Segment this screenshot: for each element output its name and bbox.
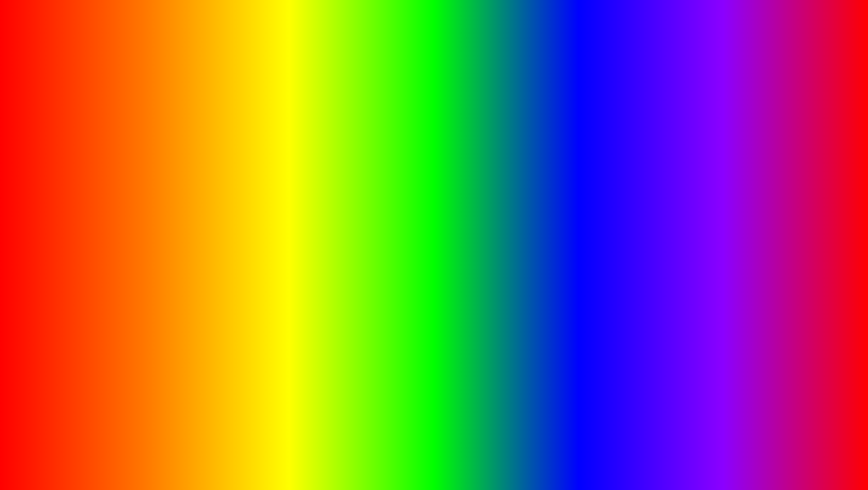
stats-icon: 📊 <box>58 218 70 230</box>
right-panel-titles: Zac's - Hub Sky <box>624 144 655 157</box>
sidebar-item-shop[interactable]: 🛒 Shop <box>601 316 641 342</box>
select-mode-dropdown[interactable]: Select Mode Farm : Level Farm ▼ <box>89 230 262 242</box>
stop-teleport-button[interactable]: Stop Teleport <box>89 199 262 214</box>
sidebar-item-stats[interactable]: 📊 Stats <box>44 214 84 240</box>
select-weapon-label: Select Weapon : Godhuman <box>94 168 161 174</box>
blox-fruits-logo: BLOX FRUITS <box>683 436 814 481</box>
logo-text: BLOX FRUITS <box>733 436 814 481</box>
select-dungeon-dropdown[interactable]: Select Dungeon : ▼ <box>646 178 820 190</box>
auto-farm-text: AUTO FARM <box>36 427 329 477</box>
left-panel-hrs: Hr(s) : 0 Min(s) : 1 Sec(s) : 13 <box>134 150 199 156</box>
auto-start-dungeon-left: ⚙️ | Auto Start Dungeon <box>646 226 712 236</box>
script-pastebin-text: SCRIPT PASTEBIN <box>338 439 659 475</box>
main-sub-label: Main <box>170 219 181 224</box>
left-panel-game-row: Blox Fruit Update 18 [Time] : 09:32:20 [… <box>134 145 262 150</box>
left-panel-sidebar: 🏠 Main ⚔️ Weapons 📊 Stats 👤 Player 🌀 <box>44 160 84 293</box>
sidebar-item-player[interactable]: 👤 Player <box>44 240 84 265</box>
dropdown-arrow-dungeon: ▼ <box>810 182 815 187</box>
right-panel-time: [Time] : 09:32:42 <box>754 145 791 150</box>
pipe-1: | <box>660 204 661 210</box>
auto-next-island-row: ⚙️ | Auto Next Island <box>646 247 820 262</box>
shop-icon: 🛒 <box>615 320 628 333</box>
sidebar-item-player-right[interactable]: 👤 Player <box>601 214 641 240</box>
teleport-label: Teleport <box>56 283 71 287</box>
right-panel-info: Blox Fruit Update 18 [Time] : 09:32:42 [… <box>702 145 820 156</box>
logo-fruits-text: FRUITS <box>733 459 814 481</box>
divider-2 <box>646 218 820 219</box>
start-auto-farm-label[interactable]: Start Auto Farm <box>107 248 145 254</box>
right-panel-body: 🏆 Race V4 📊 Stats 👤 Player 🌀 Teleport 🏰 <box>601 160 824 344</box>
left-panel-ping: [Ping] : 103.676 (11%CV) <box>206 150 262 156</box>
auto-start-dungeon-checkbox[interactable] <box>812 227 820 235</box>
shop-label: Shop <box>617 334 626 339</box>
kill-aura-checkbox[interactable] <box>812 274 820 282</box>
player-label: Player <box>58 257 70 262</box>
auto-next-island-checkbox[interactable] <box>812 250 820 258</box>
use-in-dungeon-label: Use in Dungeon Only! <box>646 165 820 174</box>
player-icon: 👤 <box>58 243 70 256</box>
pipe-4: | <box>660 275 661 281</box>
farm-icon: ⚙️ <box>89 246 98 256</box>
left-panel-avatar: 👤 <box>48 143 63 157</box>
sidebar-item-stats-right[interactable]: 📊 Stats <box>601 188 641 214</box>
stats-right-label: Stats <box>617 206 626 210</box>
auto-start-dungeon-row: ⚙️ | Auto Start Dungeon <box>646 223 820 238</box>
left-panel-game: Blox Fruit Update 18 <box>134 145 179 150</box>
sidebar-item-fruit-esp[interactable]: 🍎 Fruit+Esp <box>601 291 641 316</box>
sidebar-item-racev4[interactable]: 🏆 Race V4 <box>601 163 641 188</box>
left-panel-header: 👤 Zac's - Hub Sky Blox Fruit Update 18 [… <box>44 140 267 160</box>
teleport-icon: 🌀 <box>58 269 70 281</box>
right-panel-stats-row: Hr(s) : 0 Min(s) : 1 Sec(s) <box>702 150 820 156</box>
right-panel-header-left: 👤 Zac's - Hub Sky <box>606 143 655 157</box>
select-dungeon-label: Select Dungeon : <box>651 181 693 187</box>
divider-4 <box>646 266 820 267</box>
dungeon-icon: 🏰 <box>615 269 628 281</box>
left-panel-content: Select Weapon : Godhuman ▼ Refresh Weapo… <box>84 160 267 293</box>
start-auto-farm-row: ⚙️ | Start Auto Farm <box>89 246 262 256</box>
sidebar-item-teleport-right[interactable]: 🌀 Teleport <box>601 240 641 265</box>
sidebar-item-main[interactable]: 🏠 Main <box>44 163 84 188</box>
kill-aura-left: ⚙️ | Kill Aura <box>646 273 685 283</box>
main-label: Main <box>59 180 68 185</box>
auto-next-island-left: ⚙️ | Auto Next Island <box>646 249 704 259</box>
teleport-right-icon: 🌀 <box>615 243 628 256</box>
fruit-esp-label: Fruit+Esp <box>613 308 630 313</box>
auto-start-dungeon-label[interactable]: Auto Start Dungeon <box>665 227 712 234</box>
pipe-3: | <box>660 251 661 258</box>
left-panel-hub-name: Zac's - Hub <box>66 144 98 151</box>
left-panel-header-left: 👤 Zac's - Hub Sky <box>48 143 98 157</box>
left-panel: 👤 Zac's - Hub Sky Blox Fruit Update 18 [… <box>43 139 268 294</box>
right-panel-game-row: Blox Fruit Update 18 [Time] : 09:32:42 [… <box>702 145 820 150</box>
right-panel-content: Use in Dungeon Only! Select Dungeon : ▼ … <box>642 160 824 344</box>
sub-line-left <box>89 222 166 222</box>
right-panel-hrs: Hr(s) : 0 Min(s) : 1 Sec(s) <box>765 150 820 156</box>
divider-1 <box>646 195 820 195</box>
sub-line-right <box>184 222 262 222</box>
racev4-label: Race V4 <box>613 180 629 185</box>
right-panel-sidebar: 🏆 Race V4 📊 Stats 👤 Player 🌀 Teleport 🏰 <box>601 160 642 344</box>
auto-next-island-label[interactable]: Auto Next Island <box>665 251 704 258</box>
auto-buy-chip-left: ⚙️ | Auto Buy Chip Dungeon <box>646 202 723 212</box>
left-panel-time: [Time] : 09:32:20 <box>186 145 223 150</box>
auto-buy-chip-label[interactable]: Auto Buy Chip Dungeon <box>665 204 723 210</box>
start-auto-farm-checkbox[interactable] <box>254 247 262 255</box>
main-title: BLOX FRUITS <box>206 9 662 81</box>
player-right-label: Player <box>616 232 627 236</box>
kill-aura-row: ⚙️ | Kill Aura <box>646 271 820 285</box>
auto-next-island-icon: ⚙️ <box>646 249 656 259</box>
refresh-weapon-button[interactable]: Refresh Weapon <box>89 181 262 196</box>
sidebar-item-weapons[interactable]: ⚔️ Weapons <box>44 188 84 214</box>
right-panel-game: Blox Fruit Update 18 <box>702 145 747 150</box>
right-panel-fps: [FPS] : 24 <box>798 145 820 150</box>
sidebar-item-teleport[interactable]: 🌀 Teleport <box>44 265 84 291</box>
teleport-right-label: Teleport <box>614 257 628 262</box>
main-container: BLOX FRUITS MOBILE ANDROID ✓ ✓ WORK FOR … <box>0 0 868 490</box>
right-panel-username: Sky <box>624 151 655 157</box>
select-weapon-dropdown[interactable]: Select Weapon : Godhuman ▼ <box>89 165 262 178</box>
sidebar-item-dungeon[interactable]: 🏰 Dungeon <box>601 265 641 291</box>
kill-aura-label[interactable]: Kill Aura <box>665 275 685 281</box>
auto-buy-chip-icon: ⚙️ <box>646 202 656 212</box>
divider-3 <box>646 242 820 243</box>
pipe-2: | <box>660 227 661 234</box>
auto-buy-chip-checkbox[interactable] <box>812 203 820 211</box>
